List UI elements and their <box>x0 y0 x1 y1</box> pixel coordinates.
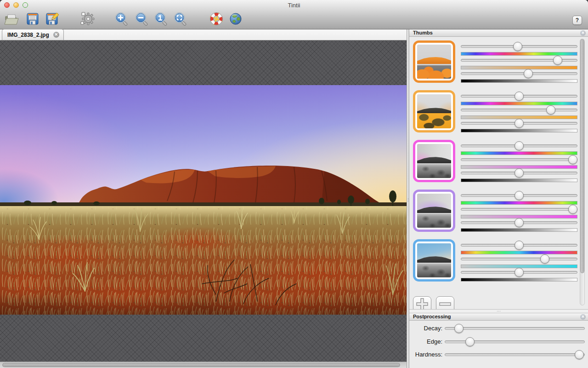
postprocessing-slider-handle[interactable] <box>454 324 464 333</box>
lightness-slider-handle[interactable] <box>514 168 524 178</box>
thumbs-panel-title: Thumbs <box>413 30 433 35</box>
hue-slider[interactable] <box>461 239 577 251</box>
postprocessing-panel-header: Postprocessing ✕ <box>409 313 588 321</box>
website-globe-icon <box>228 12 243 28</box>
postprocessing-slider-track[interactable] <box>445 327 585 330</box>
zoom-actual-size-button[interactable] <box>153 12 169 28</box>
lightness-slider-handle[interactable] <box>514 218 524 227</box>
lightness-slider[interactable] <box>461 266 577 278</box>
add-hue-button[interactable] <box>413 296 431 309</box>
postprocessing-panel: Postprocessing ✕ Decay: Edge: Hardness: <box>409 313 588 368</box>
website-globe-button[interactable] <box>228 12 243 28</box>
save-button[interactable] <box>25 12 40 28</box>
hue-slider-handle[interactable] <box>514 92 524 101</box>
process-settings-icon <box>80 12 95 28</box>
saturation-slider-track[interactable] <box>461 158 577 161</box>
hue-slider[interactable] <box>461 40 577 52</box>
horizontal-scrollbar-thumb[interactable] <box>2 363 400 367</box>
thumbs-panel-header: Thumbs ✕ <box>409 29 588 37</box>
save-as-button[interactable] <box>44 12 60 28</box>
thumb-preview-2[interactable] <box>413 90 455 132</box>
toolbar <box>0 10 588 29</box>
hue-slider-handle[interactable] <box>514 191 524 200</box>
postprocessing-slider[interactable] <box>445 322 585 334</box>
plus-icon <box>413 296 431 309</box>
thumb-row <box>409 40 588 83</box>
save-as-icon <box>45 12 59 28</box>
editor-area: IMG_2838_2.jpg ✕ <box>0 29 407 368</box>
postprocessing-slider-handle[interactable] <box>465 337 475 346</box>
lightness-slider-handle[interactable] <box>514 268 524 277</box>
open-file-button[interactable] <box>4 12 19 28</box>
tab-bar: IMG_2838_2.jpg ✕ <box>0 29 407 40</box>
thumb-sliders <box>461 90 577 133</box>
saturation-slider[interactable] <box>461 154 577 166</box>
hue-slider-handle[interactable] <box>514 241 524 250</box>
postprocessing-panel-title: Postprocessing <box>413 314 451 319</box>
lightness-slider-track[interactable] <box>461 72 577 75</box>
tab-label: IMG_2838_2.jpg <box>7 32 49 38</box>
saturation-slider-track[interactable] <box>461 258 577 260</box>
saturation-slider[interactable] <box>461 203 577 215</box>
thumb-preview-4[interactable] <box>413 190 455 232</box>
saturation-slider-handle[interactable] <box>540 254 549 264</box>
lightness-slider[interactable] <box>461 68 577 80</box>
saturation-slider-handle[interactable] <box>546 105 555 115</box>
lightness-slider[interactable] <box>461 117 577 129</box>
lightness-gradient-bar <box>461 129 577 132</box>
hue-slider-handle[interactable] <box>513 42 522 51</box>
process-settings-button[interactable] <box>80 12 96 28</box>
panel-splitter-horizontal[interactable] <box>409 309 588 313</box>
postprocessing-slider[interactable] <box>445 336 585 348</box>
saturation-slider[interactable] <box>461 253 577 265</box>
saturation-slider-handle[interactable] <box>568 155 577 164</box>
lightness-slider[interactable] <box>461 217 577 229</box>
lightness-slider[interactable] <box>461 167 577 179</box>
thumb-row <box>409 90 588 133</box>
thumb-image <box>417 194 451 228</box>
saturation-slider-track[interactable] <box>461 208 577 211</box>
zoom-fit-button[interactable] <box>173 12 188 28</box>
side-panels: Thumbs ✕ <box>409 29 588 368</box>
thumbs-vertical-scrollbar-thumb[interactable] <box>580 39 584 273</box>
hue-slider[interactable] <box>461 190 577 201</box>
thumb-preview-3[interactable] <box>413 140 455 182</box>
saturation-slider[interactable] <box>461 54 577 66</box>
saturation-slider-handle[interactable] <box>553 56 562 65</box>
zoom-out-button[interactable] <box>134 12 150 28</box>
help-button[interactable]: ? <box>572 16 582 25</box>
postprocessing-slider-label: Edge: <box>409 336 442 348</box>
lightness-slider-handle[interactable] <box>514 119 524 128</box>
horizontal-scrollbar[interactable] <box>0 362 407 368</box>
app-window: Tintii <box>0 0 588 368</box>
saturation-slider-handle[interactable] <box>568 205 577 214</box>
postprocessing-slider-track[interactable] <box>445 353 585 356</box>
thumbs-vertical-scrollbar[interactable] <box>580 39 585 305</box>
postprocessing-slider-handle[interactable] <box>575 350 584 359</box>
zoom-in-button[interactable] <box>114 12 130 28</box>
lightness-gradient-bar <box>461 228 577 232</box>
postprocessing-slider-label: Decay: <box>409 322 442 334</box>
thumb-image <box>417 144 451 178</box>
remove-hue-button[interactable] <box>436 296 454 309</box>
hue-slider[interactable] <box>461 140 577 152</box>
hue-slider-handle[interactable] <box>514 141 524 150</box>
image-tab[interactable]: IMG_2838_2.jpg ✕ <box>2 29 64 40</box>
help-lifebuoy-button[interactable] <box>209 12 224 28</box>
postprocessing-slider-row: Decay: <box>409 322 588 334</box>
tab-close-icon[interactable]: ✕ <box>53 32 59 38</box>
postprocessing-slider[interactable] <box>445 349 585 361</box>
thumbs-panel-close-icon[interactable]: ✕ <box>580 30 586 36</box>
thumb-preview-5[interactable] <box>413 239 455 282</box>
photo-uluru <box>0 85 407 315</box>
saturation-slider[interactable] <box>461 104 577 116</box>
postprocessing-panel-close-icon[interactable]: ✕ <box>580 314 586 320</box>
hue-slider[interactable] <box>461 90 577 102</box>
zoom-out-icon <box>135 12 149 28</box>
thumbs-panel-body <box>409 37 588 309</box>
thumb-preview-1[interactable] <box>413 40 455 83</box>
save-icon <box>26 12 40 28</box>
main-content: IMG_2838_2.jpg ✕ <box>0 29 588 368</box>
lightness-slider-handle[interactable] <box>524 69 533 78</box>
saturation-slider-track[interactable] <box>461 109 577 111</box>
